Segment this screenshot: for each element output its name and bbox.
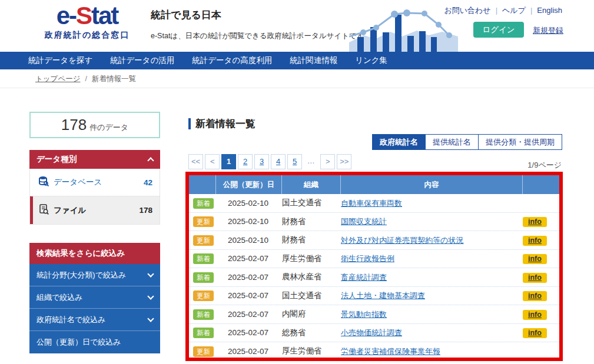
pagination-item[interactable]: <<	[188, 154, 203, 169]
e-stat-logo[interactable]: e-Stat 政府統計の総合窓口	[34, 2, 140, 41]
badge-cell: 新着	[189, 272, 216, 283]
tagline-subtitle: e-Statは、日本の統計が閲覧できる政府統計ポータルサイトです	[151, 31, 364, 41]
data-type-label: データベース	[54, 177, 102, 188]
nav-item[interactable]: 統計データの活用	[110, 55, 174, 66]
pagination-item[interactable]: >>	[337, 154, 351, 169]
content-link[interactable]: 労働者災害補償保険事業年報	[341, 347, 440, 356]
header-chart-graphic-icon	[349, 0, 458, 52]
content-cell: 国際収支統計	[341, 216, 523, 227]
pagination-item[interactable]: 3	[254, 154, 269, 169]
pagination-item: …	[304, 154, 318, 169]
content-cell: 衛生行政報告例	[341, 253, 523, 264]
data-type-item-file[interactable]: ファイル178	[30, 196, 160, 224]
info-button[interactable]: info	[523, 236, 547, 246]
refine-filter-item[interactable]: 公開（更新）日で絞込み	[29, 331, 160, 353]
org-cell: 国土交通省	[282, 290, 341, 301]
badge-cell: 新着	[189, 253, 216, 264]
content-cell: 小売物価統計調査	[341, 327, 523, 338]
status-badge: 新着	[193, 328, 214, 338]
utility-link[interactable]: お問い合わせ	[444, 6, 490, 15]
pagination-item[interactable]: >	[320, 154, 335, 169]
tab-inactive[interactable]: 提供分類・提供周期	[479, 134, 562, 150]
refine-filter-item[interactable]: 組織で絞込み	[29, 286, 160, 309]
utility-link[interactable]: ヘルプ	[502, 6, 526, 15]
date-cell: 2025-02-07	[216, 310, 282, 319]
tab-inactive[interactable]: 提供統計名	[426, 134, 479, 150]
info-button[interactable]: info	[523, 273, 547, 283]
logo-subtitle: 政府統計の総合窓口	[34, 30, 140, 41]
org-cell: 国土交通省	[282, 198, 341, 208]
tab-active[interactable]: 政府統計名	[372, 134, 426, 150]
breadcrumb-home-link[interactable]: トップページ	[35, 75, 80, 83]
site-header: e-Stat 政府統計の総合窓口 統計で見る日本 e-Statは、日本の統計が閲…	[0, 0, 594, 52]
content-cell: 法人土地・建物基本調査	[341, 290, 523, 301]
table-row: 新着2025-02-07厚生労働省衛生行政報告例info	[189, 250, 559, 269]
table-row: 更新2025-02-07国土交通省法人土地・建物基本調査info	[189, 287, 559, 306]
content-link[interactable]: 法人土地・建物基本調査	[341, 291, 425, 300]
register-link[interactable]: 新規登録	[533, 25, 563, 36]
refine-filter-item[interactable]: 統計分野(大分類)で絞込み	[29, 264, 160, 286]
status-badge: 更新	[193, 346, 214, 357]
chevron-down-icon	[147, 293, 154, 299]
content-link[interactable]: 国際収支統計	[341, 217, 387, 226]
content-link[interactable]: 小売物価統計調査	[341, 328, 402, 337]
nav-item[interactable]: 統計関連情報	[290, 55, 337, 66]
content-cell: 畜産統計調査	[341, 272, 523, 283]
utility-link[interactable]: English	[537, 6, 562, 15]
table-row: 更新2025-02-10財務省国際収支統計info	[189, 213, 559, 232]
breadcrumb-band: トップページ/新着情報一覧	[0, 69, 594, 88]
info-button[interactable]: info	[523, 217, 547, 227]
info-cell: info	[523, 235, 559, 246]
data-type-panel-header[interactable]: データ種別	[29, 150, 160, 169]
info-button[interactable]: info	[523, 291, 547, 301]
date-cell: 2025-02-10	[216, 217, 282, 226]
annotation-red-box: 公開（更新）日組織内容 新着2025-02-10国土交通省自動車保有車両数更新2…	[185, 172, 563, 361]
name-display-tabs: 政府統計名提供統計名提供分類・提供周期	[372, 134, 562, 150]
content-cell: 景気動向指数	[341, 309, 523, 320]
status-badge: 新着	[193, 198, 214, 209]
utility-link-separator: |	[530, 6, 532, 15]
pagination-item[interactable]: 4	[271, 154, 286, 169]
tagline-title: 統計で見る日本	[151, 8, 364, 22]
nav-item[interactable]: 統計データの高度利用	[192, 55, 272, 66]
breadcrumb: トップページ/新着情報一覧	[35, 74, 136, 84]
chevron-down-icon	[147, 315, 154, 322]
table-header-row: 公開（更新）日組織内容	[189, 175, 559, 194]
org-cell: 農林水産省	[282, 272, 341, 282]
content-link[interactable]: 景気動向指数	[341, 310, 387, 319]
login-button[interactable]: ログイン	[473, 22, 524, 38]
table-row: 更新2025-02-10財務省対外及び対内証券売買契約等の状況info	[189, 231, 559, 250]
page-indicator: 1/9ページ	[527, 160, 562, 171]
chevron-down-icon	[147, 271, 154, 277]
info-cell: info	[523, 272, 559, 283]
pagination: <<<12345…>>>	[188, 154, 353, 169]
content-link[interactable]: 自動車保有車両数	[341, 199, 402, 208]
info-button[interactable]: info	[523, 328, 547, 338]
info-button[interactable]: info	[523, 254, 547, 264]
nav-item[interactable]: 統計データを探す	[28, 55, 92, 66]
content-cell: 自動車保有車両数	[341, 198, 523, 209]
date-cell: 2025-02-07	[216, 328, 282, 337]
data-type-item-database[interactable]: データベース42	[30, 169, 160, 196]
info-button[interactable]: info	[523, 310, 547, 320]
content-link[interactable]: 対外及び対内証券売買契約等の状況	[341, 236, 464, 245]
refine-filter-item[interactable]: 政府統計名で絞込み	[29, 309, 160, 331]
info-cell: info	[523, 253, 559, 264]
pagination-item[interactable]: 2	[238, 154, 253, 169]
status-badge: 新着	[193, 253, 214, 264]
pagination-item[interactable]: 5	[287, 154, 302, 169]
nav-item[interactable]: リンク集	[355, 55, 387, 66]
info-cell: info	[523, 290, 559, 301]
global-nav: 統計データを探す統計データの活用統計データの高度利用統計関連情報リンク集	[0, 52, 594, 69]
pagination-item[interactable]: <	[205, 154, 220, 169]
result-count-number: 178	[61, 116, 87, 134]
status-badge: 更新	[193, 216, 214, 227]
table-header-cell: 組織	[282, 175, 341, 194]
page-title: 新着情報一覧	[188, 117, 255, 131]
content-link[interactable]: 衛生行政報告例	[341, 254, 394, 263]
table-row: 新着2025-02-07農林水産省畜産統計調査info	[189, 268, 559, 287]
data-type-count: 42	[144, 178, 152, 187]
content-link[interactable]: 畜産統計調査	[341, 273, 387, 282]
pagination-item[interactable]: 1	[221, 154, 236, 169]
site-tagline: 統計で見る日本 e-Statは、日本の統計が閲覧できる政府統計ポータルサイトです	[151, 8, 364, 41]
